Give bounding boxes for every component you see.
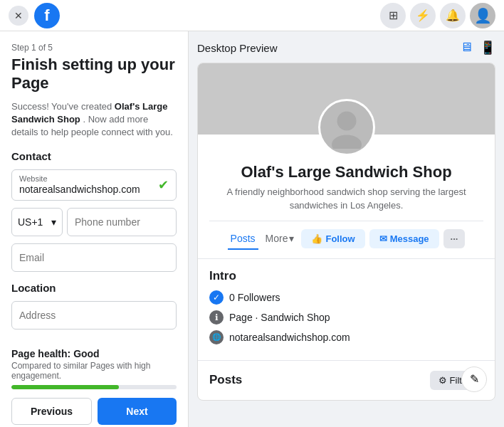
follow-button[interactable]: 👍 Follow bbox=[301, 229, 364, 248]
grid-icon-button[interactable]: ⊞ bbox=[380, 3, 406, 28]
preview-icons: 🖥 📱 bbox=[460, 40, 495, 56]
user-avatar[interactable]: 👤 bbox=[470, 3, 495, 28]
success-message: Success! You've created Olaf's Large San… bbox=[11, 100, 177, 139]
message-icon: ✉ bbox=[379, 233, 387, 244]
progress-bar-fill bbox=[11, 385, 119, 389]
mobile-preview-icon[interactable]: 📱 bbox=[480, 40, 495, 56]
fb-page-avatar-wrapper bbox=[318, 99, 375, 156]
address-input-wrapper bbox=[11, 301, 177, 330]
preview-header: Desktop Preview 🖥 📱 bbox=[197, 40, 495, 56]
right-panel: Desktop Preview 🖥 📱 bbox=[189, 31, 504, 427]
check-icon: ✔ bbox=[158, 177, 169, 193]
close-button[interactable]: ✕ bbox=[9, 6, 28, 26]
country-code-label: US+1 bbox=[18, 216, 43, 228]
message-label: Message bbox=[390, 233, 429, 244]
left-panel: Step 1 of 5 Finish setting up your Page … bbox=[0, 31, 189, 427]
follow-label: Follow bbox=[325, 233, 355, 244]
next-button[interactable]: Next bbox=[98, 398, 177, 425]
notifications-icon-button[interactable]: 🔔 bbox=[440, 3, 466, 28]
fb-nav-more[interactable]: More ▾ bbox=[263, 228, 298, 250]
edit-icon-button[interactable]: ✎ bbox=[461, 367, 487, 392]
nav-left: ✕ f bbox=[9, 3, 60, 28]
nav-right: ⊞ ⚡ 🔔 👤 bbox=[380, 3, 495, 28]
fb-intro-section: Intro ✓ 0 Followers ℹ Page · Sandwich Sh… bbox=[198, 259, 495, 361]
more-dots-button[interactable]: ··· bbox=[443, 229, 466, 248]
fb-posts-header: Posts ⚙ Filters bbox=[209, 371, 483, 390]
email-input-wrapper bbox=[11, 243, 177, 272]
desktop-preview-icon[interactable]: 🖥 bbox=[460, 40, 473, 56]
edit-icon: ✎ bbox=[470, 372, 479, 386]
bottom-buttons: Previous Next bbox=[11, 398, 177, 425]
website-label: Website bbox=[19, 174, 169, 183]
filters-icon: ⚙ bbox=[439, 375, 447, 386]
fb-nav-posts[interactable]: Posts bbox=[228, 228, 258, 250]
fb-posts-section: Posts ⚙ Filters bbox=[198, 361, 495, 400]
page-category: Page · Sandwich Shop bbox=[229, 312, 330, 323]
main-content: Step 1 of 5 Finish setting up your Page … bbox=[0, 31, 504, 427]
website-input[interactable] bbox=[19, 184, 169, 195]
top-nav: ✕ f ⊞ ⚡ 🔔 👤 bbox=[0, 0, 504, 31]
fb-intro-website: 🌐 notarealsandwichshop.com bbox=[209, 330, 483, 344]
right-panel-container: Desktop Preview 🖥 📱 bbox=[197, 40, 495, 401]
progress-bar-background bbox=[11, 385, 177, 389]
fb-page-avatar bbox=[318, 99, 375, 156]
more-dots-icon: ··· bbox=[451, 233, 458, 244]
fb-intro-category: ℹ Page · Sandwich Shop bbox=[209, 310, 483, 325]
info-icon: ℹ bbox=[209, 310, 224, 325]
preview-title: Desktop Preview bbox=[197, 42, 278, 54]
facebook-logo: f bbox=[34, 3, 60, 28]
email-input[interactable] bbox=[19, 252, 169, 263]
avatar-icon: 👤 bbox=[474, 7, 492, 24]
svg-point-1 bbox=[332, 135, 362, 149]
website-field-group: Website ✔ bbox=[11, 169, 177, 201]
fb-page-desc: A friendly neighborhood sandwich shop se… bbox=[209, 186, 483, 211]
fb-intro-title: Intro bbox=[209, 269, 483, 283]
chevron-down-icon: ▾ bbox=[289, 233, 294, 244]
fb-page-cover bbox=[198, 63, 495, 135]
close-icon: ✕ bbox=[14, 10, 23, 21]
website-url: notarealsandwichshop.com bbox=[229, 332, 350, 343]
grid-icon: ⊞ bbox=[389, 9, 398, 22]
page-health-title: Page health: Good bbox=[11, 348, 177, 359]
address-input[interactable] bbox=[19, 310, 169, 321]
person-silhouette-icon bbox=[325, 106, 368, 149]
success-text-part1: Success! You've created bbox=[11, 101, 115, 112]
more-label: More bbox=[266, 233, 288, 244]
phone-input-wrapper bbox=[67, 208, 177, 236]
previous-button[interactable]: Previous bbox=[11, 398, 92, 425]
phone-row: US+1 ▾ bbox=[11, 208, 177, 236]
facebook-page-preview: Olaf's Large Sandwich Shop A friendly ne… bbox=[197, 63, 495, 401]
fb-posts-title: Posts bbox=[209, 373, 242, 387]
website-input-wrapper: Website ✔ bbox=[11, 169, 177, 201]
contact-section-label: Contact bbox=[11, 150, 177, 162]
country-code-select[interactable]: US+1 ▾ bbox=[11, 208, 63, 236]
fb-page-name: Olaf's Large Sandwich Shop bbox=[209, 163, 483, 181]
messenger-icon-button[interactable]: ⚡ bbox=[410, 3, 436, 28]
location-section-label: Location bbox=[11, 282, 177, 294]
svg-point-0 bbox=[337, 112, 356, 131]
messenger-icon: ⚡ bbox=[416, 9, 430, 22]
panel-title: Finish setting up your Page bbox=[11, 56, 177, 93]
page-health-section: Page health: Good Compared to similar Pa… bbox=[11, 339, 177, 389]
fb-page-actions: Posts More ▾ 👍 Follow ✉ Message bbox=[209, 221, 483, 250]
page-health-desc: Compared to similar Pages with high enga… bbox=[11, 361, 177, 381]
phone-input[interactable] bbox=[75, 216, 169, 228]
globe-icon: 🌐 bbox=[209, 330, 224, 344]
follow-icon: 👍 bbox=[311, 233, 322, 244]
followers-icon: ✓ bbox=[209, 290, 224, 305]
chevron-down-icon: ▾ bbox=[51, 216, 56, 228]
followers-count: 0 Followers bbox=[229, 292, 280, 303]
step-label: Step 1 of 5 bbox=[11, 43, 177, 53]
bell-icon: 🔔 bbox=[446, 9, 460, 22]
fb-intro-followers: ✓ 0 Followers bbox=[209, 290, 483, 305]
message-button[interactable]: ✉ Message bbox=[369, 229, 439, 248]
